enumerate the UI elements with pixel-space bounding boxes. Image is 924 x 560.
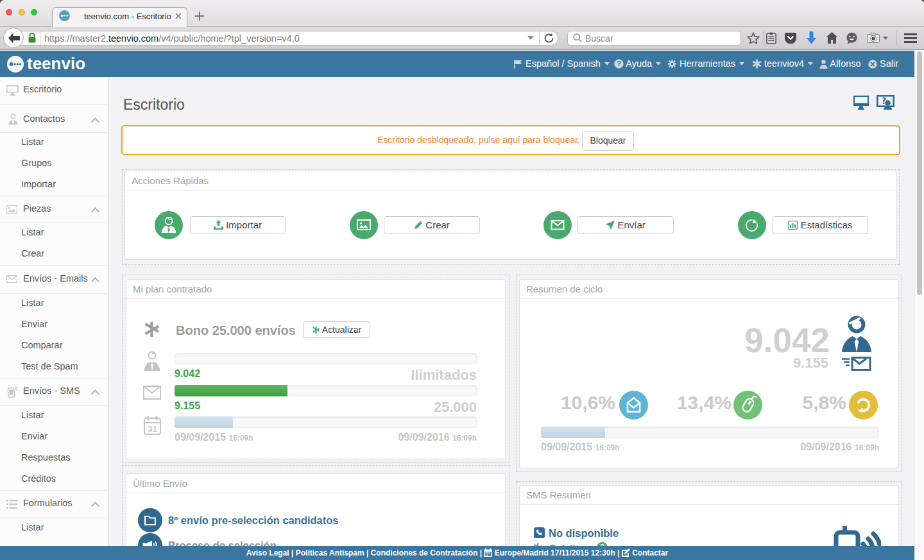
svg-text:31: 31 bbox=[148, 424, 157, 434]
svg-text:?: ? bbox=[617, 60, 621, 67]
